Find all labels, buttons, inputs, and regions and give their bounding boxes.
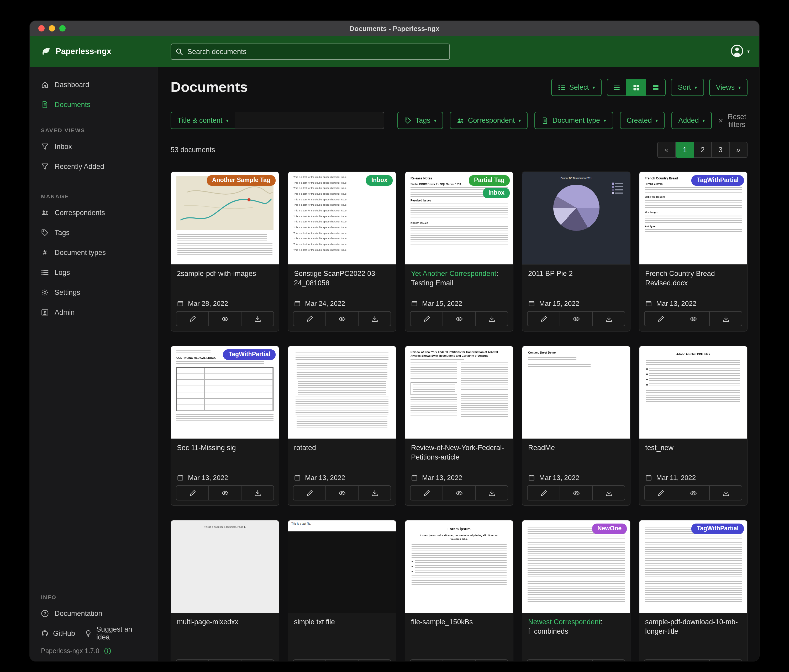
view-list-button[interactable] [607, 79, 627, 96]
document-card[interactable]: CONTINUING MEDICAL EDUCA TagWithPartial … [171, 346, 279, 506]
download-button[interactable] [241, 486, 273, 500]
document-thumbnail[interactable]: This is a test file. [288, 521, 396, 613]
sidebar-item-documentation[interactable]: Documentation [30, 603, 157, 623]
document-card[interactable]: This is a test for the double space char… [287, 172, 396, 331]
search-input[interactable] [171, 43, 450, 60]
preview-button[interactable] [442, 486, 475, 500]
tag-badge[interactable]: Inbox [366, 175, 393, 186]
document-thumbnail[interactable] [288, 346, 396, 439]
tag-badge[interactable]: NewOne [592, 524, 627, 534]
edit-button[interactable] [176, 660, 208, 661]
sidebar-item-settings[interactable]: Settings [30, 282, 157, 302]
document-thumbnail[interactable]: This is a multi page document. Page 1. [171, 521, 279, 613]
edit-button[interactable] [527, 660, 560, 661]
document-card[interactable]: rotated Mar 13, 2022 [287, 346, 396, 506]
tag-badge[interactable]: Another Sample Tag [207, 175, 276, 186]
document-title[interactable]: French Country Bread Revised.docx [645, 269, 741, 288]
download-button[interactable] [358, 312, 391, 326]
preview-button[interactable] [677, 312, 709, 326]
correspondent-link[interactable]: Yet Another Correspondent [411, 270, 496, 277]
edit-button[interactable] [294, 312, 326, 326]
document-card[interactable]: Adobe Acrobat PDF Files test_new Mar 11,… [639, 346, 747, 506]
document-thumbnail[interactable]: This is a test for the double space char… [288, 172, 396, 265]
document-thumbnail[interactable]: TagWithPartial [639, 521, 747, 613]
edit-button[interactable] [410, 486, 442, 500]
document-title[interactable]: Sonstige ScanPC2022 03-24_081058 [294, 269, 390, 288]
document-title[interactable]: multi-page-mixedxx [177, 618, 273, 627]
download-button[interactable] [358, 486, 391, 500]
info-icon[interactable] [104, 647, 111, 655]
sidebar-item-dashboard[interactable]: Dashboard [30, 75, 157, 94]
pagination-page-button[interactable]: 1 [676, 142, 694, 158]
download-button[interactable] [475, 312, 508, 326]
sidebar-item-documents[interactable]: Documents [30, 94, 157, 115]
title-content-filter-input[interactable] [235, 112, 385, 129]
preview-button[interactable] [677, 486, 709, 500]
filter-created-button[interactable]: Created ▾ [620, 112, 664, 129]
filter-correspondent-button[interactable]: Correspondent ▾ [450, 112, 528, 129]
filter-tags-button[interactable]: Tags ▾ [398, 112, 443, 129]
edit-button[interactable] [294, 486, 326, 500]
sidebar-item-recently-added[interactable]: Recently Added [30, 156, 157, 176]
document-thumbnail[interactable]: Patient BP Distribution 2011 [522, 172, 630, 265]
document-card[interactable]: Lorem ipsumLorem ipsum dolor sit amet, c… [405, 520, 513, 661]
document-title[interactable]: 2sample-pdf-with-images [177, 269, 273, 279]
document-thumbnail[interactable]: Another Sample Tag [171, 172, 279, 265]
github-link[interactable]: GitHub [41, 629, 75, 637]
preview-button[interactable] [560, 312, 592, 326]
tag-badge[interactable]: TagWithPartial [692, 175, 744, 186]
select-button[interactable]: Select ▾ [551, 79, 602, 96]
sidebar-item-correspondents[interactable]: Correspondents [30, 202, 157, 223]
download-button[interactable] [592, 660, 625, 661]
document-card[interactable]: This is a test file. simple txt file [287, 520, 396, 661]
pagination-prev-button[interactable]: « [657, 142, 676, 158]
views-button[interactable]: Views ▾ [709, 79, 747, 96]
edit-button[interactable] [645, 486, 677, 500]
edit-button[interactable] [294, 660, 326, 661]
document-title[interactable]: rotated [294, 443, 390, 453]
download-button[interactable] [475, 660, 508, 661]
document-title[interactable]: Newest Correspondent: f_combineds [528, 618, 624, 636]
edit-button[interactable] [527, 312, 560, 326]
edit-button[interactable] [527, 486, 560, 500]
document-title[interactable]: 2011 BP Pie 2 [528, 269, 624, 279]
document-thumbnail[interactable]: CONTINUING MEDICAL EDUCA TagWithPartial [171, 346, 279, 439]
document-card[interactable]: TagWithPartial sample-pdf-download-10-mb… [639, 520, 747, 661]
edit-button[interactable] [645, 660, 677, 661]
pagination-page-button[interactable]: 3 [711, 142, 730, 158]
sidebar-item-admin[interactable]: Admin [30, 302, 157, 322]
tag-badge[interactable]: TagWithPartial [692, 524, 744, 534]
suggest-idea-link[interactable]: Suggest an idea [85, 625, 146, 641]
edit-button[interactable] [176, 312, 208, 326]
document-card[interactable]: NewOne Newest Correspondent: f_combineds [522, 520, 631, 661]
filter-document-type-button[interactable]: Document type ▾ [534, 112, 613, 129]
filter-added-button[interactable]: Added ▾ [671, 112, 712, 129]
preview-button[interactable] [560, 486, 592, 500]
download-button[interactable] [241, 312, 273, 326]
document-thumbnail[interactable]: Release NotesSimba ODBC Driver for SQL S… [405, 172, 513, 265]
document-title[interactable]: test_new [645, 443, 741, 453]
download-button[interactable] [358, 660, 391, 661]
download-button[interactable] [592, 486, 625, 500]
download-button[interactable] [475, 486, 508, 500]
preview-button[interactable] [677, 660, 709, 661]
tag-badge[interactable]: Partial Tag [469, 175, 510, 186]
document-card[interactable]: Release NotesSimba ODBC Driver for SQL S… [405, 172, 513, 331]
document-title[interactable]: Review-of-New-York-Federal-Petitions-art… [411, 443, 507, 462]
pagination-next-button[interactable]: » [729, 142, 747, 158]
download-button[interactable] [241, 660, 273, 661]
document-thumbnail[interactable]: French Country BreadFor the Leaven:Make … [639, 172, 747, 265]
edit-button[interactable] [410, 312, 442, 326]
download-button[interactable] [709, 312, 742, 326]
document-thumbnail[interactable]: NewOne [522, 521, 630, 613]
document-card[interactable]: French Country BreadFor the Leaven:Make … [639, 172, 747, 331]
document-thumbnail[interactable]: Contact Sheet Demo [522, 346, 630, 439]
pagination-page-button[interactable]: 2 [693, 142, 712, 158]
document-thumbnail[interactable]: Adobe Acrobat PDF Files [639, 346, 747, 439]
sort-button[interactable]: Sort ▾ [671, 79, 704, 96]
sidebar-item-inbox[interactable]: Inbox [30, 136, 157, 156]
zoom-window-button[interactable] [59, 25, 65, 32]
document-title[interactable]: Sec 11-Missing sig [177, 443, 273, 453]
close-window-button[interactable] [38, 25, 45, 32]
document-title[interactable]: Yet Another Correspondent: Testing Email [411, 269, 507, 288]
